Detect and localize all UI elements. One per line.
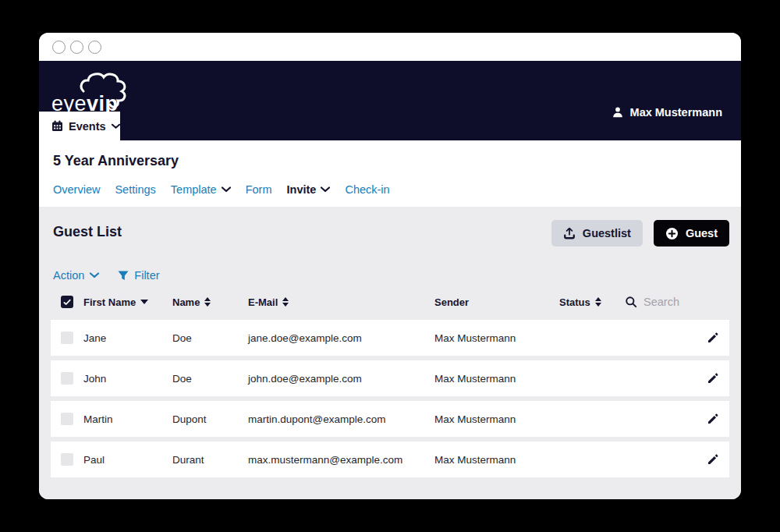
tab-form[interactable]: Form — [246, 183, 272, 196]
search-icon — [625, 296, 637, 308]
app-header: eyevip Max Mustermann Events — [39, 61, 741, 140]
cell-sender: Max Mustermann — [434, 454, 559, 466]
cell-first-name: Martin — [83, 413, 172, 425]
cell-sender: Max Mustermann — [434, 332, 559, 344]
guestlist-button-label: Guestlist — [583, 227, 631, 239]
row-checkbox[interactable] — [61, 413, 73, 425]
cell-email: max.mustermann@example.com — [248, 454, 434, 466]
pencil-icon — [707, 332, 719, 344]
cell-first-name: Paul — [83, 454, 172, 466]
guest-list-actions: Guestlist Guest — [551, 220, 729, 246]
cell-first-name: Jane — [83, 332, 172, 344]
cloud-icon — [77, 71, 132, 115]
table-row: Martin Dupont martin.dupont@example.com … — [51, 401, 729, 437]
user-menu[interactable]: Max Mustermann — [612, 106, 722, 119]
table-row: Jane Doe jane.doe@example.com Max Muster… — [51, 320, 729, 356]
events-tab-label: Events — [69, 120, 106, 133]
tab-template[interactable]: Template — [171, 183, 231, 196]
chevron-down-icon — [90, 272, 99, 278]
guest-list-title: Guest List — [53, 224, 122, 240]
pencil-icon — [707, 413, 719, 425]
table-search — [625, 295, 723, 309]
add-guest-button[interactable]: Guest — [654, 220, 729, 246]
cell-name: Doe — [172, 332, 248, 344]
action-label: Action — [53, 269, 84, 282]
check-icon — [63, 299, 71, 306]
filter-funnel-icon — [118, 271, 129, 281]
guestlist-upload-button[interactable]: Guestlist — [551, 220, 643, 246]
person-icon — [612, 106, 624, 119]
row-checkbox[interactable] — [61, 332, 73, 344]
sort-icon[interactable] — [282, 297, 289, 307]
edit-guest-button[interactable] — [707, 372, 719, 385]
cell-sender: Max Mustermann — [434, 373, 559, 385]
app-window: eyevip Max Mustermann Events — [39, 33, 741, 499]
column-header-status[interactable]: Status — [559, 296, 625, 308]
column-header-sender: Sender — [434, 296, 559, 308]
pencil-icon — [707, 453, 719, 466]
edit-guest-button[interactable] — [707, 453, 719, 466]
pencil-icon — [707, 372, 719, 385]
window-control-icon[interactable] — [52, 41, 66, 54]
tab-checkin[interactable]: Check-in — [345, 183, 389, 196]
cell-email: john.doe@example.com — [248, 373, 434, 385]
user-name: Max Mustermann — [630, 106, 722, 119]
cell-email: jane.doe@example.com — [248, 332, 434, 344]
chevron-down-icon — [222, 186, 231, 193]
sort-desc-icon[interactable] — [140, 300, 148, 304]
event-nav: Overview Settings Template Form Invite C… — [53, 183, 390, 196]
cell-name: Dupont — [172, 413, 248, 425]
filter-label: Filter — [134, 269, 159, 282]
column-header-name[interactable]: Name — [172, 296, 248, 308]
cell-name: Durant — [172, 454, 248, 466]
edit-guest-button[interactable] — [707, 413, 719, 425]
guest-list-section: Guest List Guestlist Guest Action — [39, 207, 741, 499]
select-all-checkbox[interactable] — [61, 296, 73, 308]
guest-button-label: Guest — [686, 227, 718, 239]
chevron-down-icon — [321, 186, 330, 193]
nav-tab-events[interactable]: Events — [39, 112, 120, 140]
column-header-first-name[interactable]: First Name — [83, 296, 172, 308]
calendar-icon — [51, 120, 63, 132]
tab-invite[interactable]: Invite — [287, 183, 331, 196]
cell-sender: Max Mustermann — [434, 413, 559, 425]
window-titlebar — [39, 33, 741, 61]
plus-circle-icon — [665, 227, 679, 240]
page-title: 5 Year Anniversary — [53, 153, 179, 169]
tab-overview[interactable]: Overview — [53, 183, 100, 196]
table-row: John Doe john.doe@example.com Max Muster… — [51, 360, 729, 396]
guest-table-body: Jane Doe jane.doe@example.com Max Muster… — [51, 320, 729, 482]
column-header-email[interactable]: E-Mail — [248, 296, 434, 308]
cell-first-name: John — [83, 373, 172, 385]
table-header: First Name Name E-Mail Sender Status — [51, 290, 729, 314]
chevron-down-icon — [112, 123, 120, 129]
search-input[interactable] — [642, 295, 723, 309]
action-dropdown[interactable]: Action — [53, 269, 99, 282]
sort-icon[interactable] — [595, 297, 601, 307]
row-checkbox[interactable] — [61, 372, 73, 385]
cell-name: Doe — [172, 373, 248, 385]
row-checkbox[interactable] — [61, 453, 73, 466]
sort-icon[interactable] — [204, 297, 211, 307]
edit-guest-button[interactable] — [707, 332, 719, 344]
filter-button[interactable]: Filter — [118, 269, 159, 282]
tab-settings[interactable]: Settings — [115, 183, 155, 196]
window-control-icon[interactable] — [88, 41, 101, 54]
event-section: 5 Year Anniversary Overview Settings Tem… — [39, 140, 741, 207]
window-control-icon[interactable] — [70, 41, 83, 54]
table-toolbar: Action Filter — [53, 269, 160, 282]
cell-email: martin.dupont@example.com — [248, 413, 434, 425]
upload-icon — [563, 227, 576, 239]
table-row: Paul Durant max.mustermann@example.com M… — [51, 442, 729, 477]
